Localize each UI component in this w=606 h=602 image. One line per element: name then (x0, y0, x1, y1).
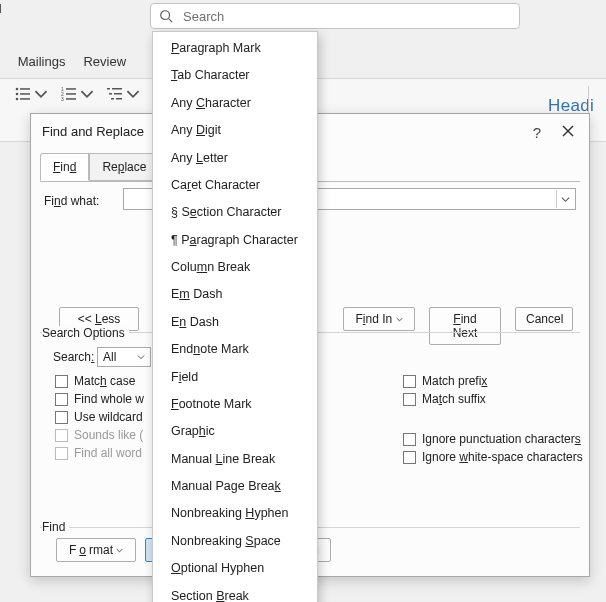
svg-rect-15 (112, 88, 122, 90)
special-menu-item[interactable]: Nonbreaking Hyphen (153, 500, 317, 527)
special-menu-item[interactable]: Any Character (153, 90, 317, 117)
special-menu-item[interactable]: Footnote Mark (153, 391, 317, 418)
svg-point-0 (161, 11, 170, 20)
find-whole-words-checkbox[interactable]: Find whole w (55, 392, 144, 406)
svg-point-6 (16, 98, 19, 101)
numbering-button[interactable]: 123 (61, 87, 95, 101)
search-direction-value: All (103, 350, 116, 364)
special-menu-item[interactable]: § Section Character (153, 199, 317, 226)
svg-rect-5 (20, 93, 30, 95)
svg-rect-7 (20, 98, 30, 100)
special-menu-item[interactable]: Em Dash (153, 281, 317, 308)
chevron-down-icon (137, 353, 145, 361)
ribbon-tabs: es Mailings Review (0, 54, 126, 69)
format-button[interactable]: Format (56, 538, 136, 562)
svg-text:3: 3 (61, 96, 64, 101)
special-menu-item[interactable]: Field (153, 364, 317, 391)
special-menu-item[interactable]: Paragraph Mark (153, 35, 317, 62)
svg-rect-16 (109, 93, 112, 95)
svg-rect-13 (66, 98, 76, 100)
close-icon (562, 125, 574, 137)
svg-rect-11 (66, 93, 76, 95)
special-menu-item[interactable]: Graphic (153, 418, 317, 445)
sounds-like-checkbox[interactable]: Sounds like ( (55, 428, 143, 442)
ignore-whitespace-checkbox[interactable]: Ignore white-space characters (403, 450, 583, 464)
chevron-down-icon (125, 87, 141, 101)
special-menu-item[interactable]: En Dash (153, 309, 317, 336)
special-menu-item[interactable]: Manual Page Break (153, 473, 317, 500)
special-menu-item[interactable]: Any Digit (153, 117, 317, 144)
find-history-dropdown[interactable] (556, 190, 574, 208)
special-menu-item[interactable]: Any Letter (153, 145, 317, 172)
match-prefix-checkbox[interactable]: Match prefix (403, 374, 487, 388)
tab-replace[interactable]: Replace (89, 153, 159, 181)
app-title: - Word (0, 2, 2, 16)
search-placeholder: Search (183, 9, 224, 24)
special-menu-item[interactable]: Section Break (153, 583, 317, 603)
special-menu-item[interactable]: Manual Line Break (153, 446, 317, 473)
special-menu-item[interactable]: ¶ Paragraph Character (153, 227, 317, 254)
svg-rect-3 (20, 88, 30, 90)
special-menu-item[interactable]: Nonbreaking Space (153, 528, 317, 555)
find-section-label: Find (42, 520, 69, 534)
cancel-button[interactable]: Cancel (515, 307, 573, 331)
search-direction-select[interactable]: All (97, 347, 151, 367)
chevron-down-icon (561, 195, 570, 204)
search-box[interactable]: Search (150, 3, 520, 29)
special-menu-item[interactable]: Endnote Mark (153, 336, 317, 363)
ignore-punctuation-checkbox[interactable]: Ignore punctuation characters (403, 432, 581, 446)
svg-point-4 (16, 93, 19, 96)
help-button[interactable]: ? (533, 124, 541, 141)
svg-rect-18 (111, 98, 114, 100)
chevron-down-icon (396, 316, 403, 323)
match-suffix-checkbox[interactable]: Match suffix (403, 392, 486, 406)
special-menu: Paragraph MarkTab CharacterAny Character… (152, 31, 318, 602)
chevron-down-icon (79, 87, 95, 101)
close-button[interactable] (559, 122, 577, 140)
ribbon-tab-mailings[interactable]: Mailings (18, 54, 66, 69)
chevron-down-icon (33, 87, 49, 101)
svg-rect-9 (66, 88, 76, 90)
search-options-label: Search Options (42, 326, 129, 340)
search-icon (159, 9, 173, 23)
match-case-checkbox[interactable]: Match case (55, 374, 135, 388)
find-what-label: Find what: (44, 194, 99, 208)
bullets-button[interactable] (15, 87, 49, 101)
svg-line-1 (169, 19, 173, 23)
find-all-word-forms-checkbox[interactable]: Find all word (55, 446, 142, 460)
find-in-button[interactable]: Find In (343, 307, 415, 331)
tab-find[interactable]: Find (40, 153, 89, 181)
find-next-button[interactable]: Find Next (429, 307, 501, 345)
svg-rect-14 (107, 88, 110, 90)
multilevel-list-button[interactable] (107, 87, 141, 101)
special-menu-item[interactable]: Caret Character (153, 172, 317, 199)
special-menu-item[interactable]: Tab Character (153, 62, 317, 89)
chevron-down-icon (116, 547, 123, 554)
special-menu-item[interactable]: Column Break (153, 254, 317, 281)
ribbon-tab-review[interactable]: Review (83, 54, 126, 69)
svg-rect-19 (116, 98, 122, 100)
dialog-title: Find and Replace (42, 124, 144, 139)
special-menu-item[interactable]: Optional Hyphen (153, 555, 317, 582)
search-direction-label: Search: (53, 350, 94, 364)
svg-rect-17 (114, 93, 122, 95)
svg-point-2 (16, 88, 19, 91)
use-wildcards-checkbox[interactable]: Use wildcard (55, 410, 143, 424)
